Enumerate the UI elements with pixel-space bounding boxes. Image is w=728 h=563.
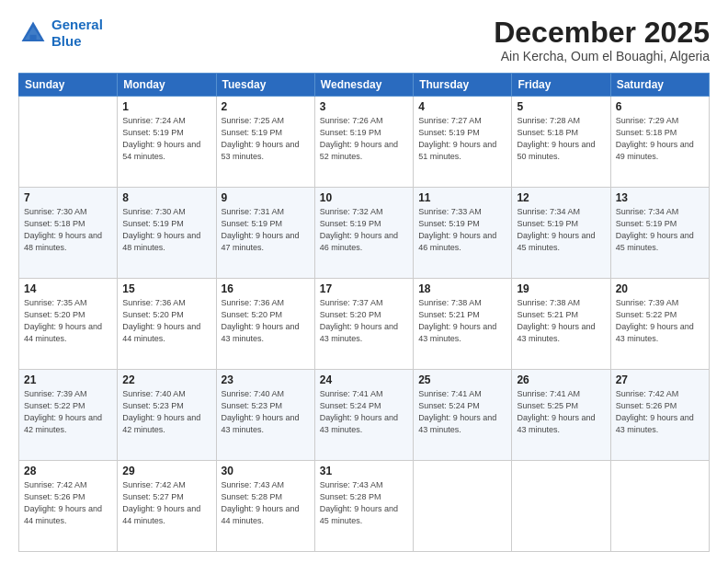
day-info: Sunrise: 7:31 AMSunset: 5:19 PMDaylight:… [222,206,310,254]
calendar-week-0: 1Sunrise: 7:24 AMSunset: 5:19 PMDaylight… [19,97,710,188]
calendar-cell [414,461,512,552]
day-info: Sunrise: 7:30 AMSunset: 5:18 PMDaylight:… [24,206,112,254]
day-info: Sunrise: 7:28 AMSunset: 5:18 PMDaylight:… [517,115,605,163]
page: General Blue December 2025 Ain Kercha, O… [0,0,728,563]
day-info: Sunrise: 7:41 AMSunset: 5:24 PMDaylight:… [418,388,506,436]
calendar-table: SundayMondayTuesdayWednesdayThursdayFrid… [18,73,710,552]
day-number: 3 [320,100,408,113]
day-info: Sunrise: 7:24 AMSunset: 5:19 PMDaylight:… [122,115,210,163]
title-block: December 2025 Ain Kercha, Oum el Bouaghi… [494,17,710,63]
weekday-header-sunday: Sunday [19,74,118,97]
calendar-week-2: 14Sunrise: 7:35 AMSunset: 5:20 PMDayligh… [19,279,710,370]
day-number: 4 [418,100,506,113]
day-info: Sunrise: 7:26 AMSunset: 5:19 PMDaylight:… [320,115,408,163]
day-number: 19 [517,282,605,295]
day-info: Sunrise: 7:29 AMSunset: 5:18 PMDaylight:… [616,115,704,163]
day-number: 8 [122,191,210,204]
calendar-cell: 21Sunrise: 7:39 AMSunset: 5:22 PMDayligh… [19,370,118,461]
calendar-week-1: 7Sunrise: 7:30 AMSunset: 5:18 PMDaylight… [19,188,710,279]
day-info: Sunrise: 7:38 AMSunset: 5:21 PMDaylight:… [517,297,605,345]
day-number: 11 [418,191,506,204]
calendar-cell: 7Sunrise: 7:30 AMSunset: 5:18 PMDaylight… [19,188,118,279]
logo-icon [18,18,48,48]
calendar-cell: 11Sunrise: 7:33 AMSunset: 5:19 PMDayligh… [414,188,512,279]
header: General Blue December 2025 Ain Kercha, O… [18,17,710,63]
day-info: Sunrise: 7:25 AMSunset: 5:19 PMDaylight:… [222,115,310,163]
logo-text: General Blue [51,17,103,50]
calendar-cell: 4Sunrise: 7:27 AMSunset: 5:19 PMDaylight… [414,97,512,188]
day-number: 6 [616,100,704,113]
calendar-cell: 23Sunrise: 7:40 AMSunset: 5:23 PMDayligh… [216,370,314,461]
calendar-cell: 26Sunrise: 7:41 AMSunset: 5:25 PMDayligh… [512,370,610,461]
calendar-cell: 1Sunrise: 7:24 AMSunset: 5:19 PMDaylight… [118,97,216,188]
day-info: Sunrise: 7:27 AMSunset: 5:19 PMDaylight:… [418,115,506,163]
day-info: Sunrise: 7:35 AMSunset: 5:20 PMDaylight:… [24,297,112,345]
day-info: Sunrise: 7:42 AMSunset: 5:27 PMDaylight:… [122,479,210,527]
calendar-cell: 24Sunrise: 7:41 AMSunset: 5:24 PMDayligh… [314,370,413,461]
calendar-cell [610,461,709,552]
svg-rect-2 [29,35,36,41]
calendar-cell: 8Sunrise: 7:30 AMSunset: 5:19 PMDaylight… [118,188,216,279]
day-number: 20 [616,282,704,295]
day-number: 16 [222,282,310,295]
calendar-cell: 15Sunrise: 7:36 AMSunset: 5:20 PMDayligh… [118,279,216,370]
location: Ain Kercha, Oum el Bouaghi, Algeria [494,49,710,63]
weekday-header-monday: Monday [118,74,216,97]
calendar-cell: 31Sunrise: 7:43 AMSunset: 5:28 PMDayligh… [314,461,413,552]
calendar-cell: 14Sunrise: 7:35 AMSunset: 5:20 PMDayligh… [19,279,118,370]
day-number: 28 [24,465,112,477]
calendar-cell: 18Sunrise: 7:38 AMSunset: 5:21 PMDayligh… [414,279,512,370]
weekday-header-wednesday: Wednesday [314,74,413,97]
day-number: 21 [24,373,112,386]
calendar-cell: 30Sunrise: 7:43 AMSunset: 5:28 PMDayligh… [216,461,314,552]
calendar-week-3: 21Sunrise: 7:39 AMSunset: 5:22 PMDayligh… [19,370,710,461]
day-number: 31 [320,465,408,477]
day-number: 15 [122,282,210,295]
day-number: 26 [517,373,605,386]
calendar-week-4: 28Sunrise: 7:42 AMSunset: 5:26 PMDayligh… [19,461,710,552]
calendar-cell: 9Sunrise: 7:31 AMSunset: 5:19 PMDaylight… [216,188,314,279]
day-info: Sunrise: 7:40 AMSunset: 5:23 PMDaylight:… [122,388,210,436]
day-info: Sunrise: 7:41 AMSunset: 5:25 PMDaylight:… [517,388,605,436]
day-number: 13 [616,191,704,204]
day-number: 29 [122,465,210,477]
logo-line1: General [51,17,103,32]
calendar-cell: 12Sunrise: 7:34 AMSunset: 5:19 PMDayligh… [512,188,610,279]
weekday-header-saturday: Saturday [610,74,709,97]
calendar-cell: 25Sunrise: 7:41 AMSunset: 5:24 PMDayligh… [414,370,512,461]
weekday-header-tuesday: Tuesday [216,74,314,97]
day-info: Sunrise: 7:41 AMSunset: 5:24 PMDaylight:… [320,388,408,436]
day-info: Sunrise: 7:38 AMSunset: 5:21 PMDaylight:… [418,297,506,345]
day-info: Sunrise: 7:34 AMSunset: 5:19 PMDaylight:… [616,206,704,254]
day-number: 12 [517,191,605,204]
calendar-cell: 22Sunrise: 7:40 AMSunset: 5:23 PMDayligh… [118,370,216,461]
day-info: Sunrise: 7:30 AMSunset: 5:19 PMDaylight:… [122,206,210,254]
day-info: Sunrise: 7:32 AMSunset: 5:19 PMDaylight:… [320,206,408,254]
calendar-cell: 17Sunrise: 7:37 AMSunset: 5:20 PMDayligh… [314,279,413,370]
month-title: December 2025 [494,17,710,49]
calendar-cell: 5Sunrise: 7:28 AMSunset: 5:18 PMDaylight… [512,97,610,188]
day-info: Sunrise: 7:40 AMSunset: 5:23 PMDaylight:… [222,388,310,436]
day-info: Sunrise: 7:42 AMSunset: 5:26 PMDaylight:… [616,388,704,436]
calendar-cell: 28Sunrise: 7:42 AMSunset: 5:26 PMDayligh… [19,461,118,552]
day-number: 23 [222,373,310,386]
calendar-cell: 29Sunrise: 7:42 AMSunset: 5:27 PMDayligh… [118,461,216,552]
calendar-cell: 3Sunrise: 7:26 AMSunset: 5:19 PMDaylight… [314,97,413,188]
day-number: 30 [222,465,310,477]
day-number: 14 [24,282,112,295]
calendar-header-row: SundayMondayTuesdayWednesdayThursdayFrid… [19,74,710,97]
logo-line2: Blue [51,33,82,49]
weekday-header-friday: Friday [512,74,610,97]
day-info: Sunrise: 7:33 AMSunset: 5:19 PMDaylight:… [418,206,506,254]
day-number: 1 [122,100,210,113]
day-info: Sunrise: 7:39 AMSunset: 5:22 PMDaylight:… [24,388,112,436]
day-info: Sunrise: 7:43 AMSunset: 5:28 PMDaylight:… [320,479,408,527]
logo: General Blue [18,17,103,50]
day-number: 22 [122,373,210,386]
day-info: Sunrise: 7:43 AMSunset: 5:28 PMDaylight:… [222,479,310,527]
calendar-cell: 2Sunrise: 7:25 AMSunset: 5:19 PMDaylight… [216,97,314,188]
day-number: 27 [616,373,704,386]
day-number: 17 [320,282,408,295]
calendar-cell [512,461,610,552]
calendar-cell: 6Sunrise: 7:29 AMSunset: 5:18 PMDaylight… [610,97,709,188]
